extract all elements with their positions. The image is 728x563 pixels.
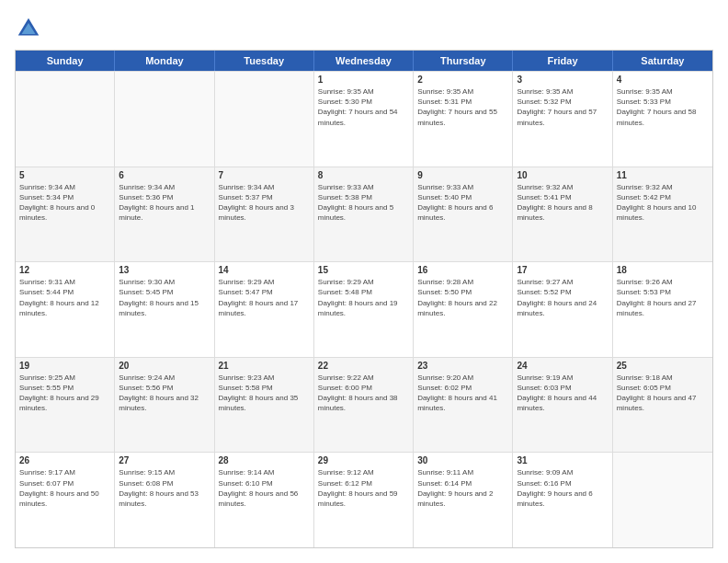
day-info: Sunrise: 9:24 AM Sunset: 5:56 PM Dayligh… [119, 373, 210, 414]
day-info: Sunrise: 9:29 AM Sunset: 5:47 PM Dayligh… [219, 277, 310, 318]
header [15, 15, 713, 42]
calendar-cell: 15Sunrise: 9:29 AM Sunset: 5:48 PM Dayli… [314, 262, 414, 357]
day-number: 24 [517, 361, 608, 371]
day-number: 18 [617, 265, 709, 275]
day-number: 17 [517, 265, 608, 275]
day-info: Sunrise: 9:29 AM Sunset: 5:48 PM Dayligh… [318, 277, 409, 318]
calendar-header: SundayMondayTuesdayWednesdayThursdayFrid… [16, 51, 712, 71]
day-info: Sunrise: 9:17 AM Sunset: 6:07 PM Dayligh… [19, 467, 110, 509]
day-info: Sunrise: 9:20 AM Sunset: 6:02 PM Dayligh… [417, 373, 508, 414]
day-number: 19 [19, 361, 110, 371]
day-info: Sunrise: 9:32 AM Sunset: 5:41 PM Dayligh… [517, 182, 608, 224]
day-info: Sunrise: 9:15 AM Sunset: 6:08 PM Dayligh… [119, 467, 210, 509]
day-info: Sunrise: 9:22 AM Sunset: 6:00 PM Dayligh… [318, 373, 409, 414]
day-info: Sunrise: 9:34 AM Sunset: 5:34 PM Dayligh… [19, 182, 110, 224]
day-number: 30 [417, 455, 508, 465]
calendar-cell: 31Sunrise: 9:09 AM Sunset: 6:16 PM Dayli… [513, 453, 612, 547]
calendar-cell: 10Sunrise: 9:32 AM Sunset: 5:41 PM Dayli… [513, 167, 612, 262]
calendar-cell: 21Sunrise: 9:23 AM Sunset: 5:58 PM Dayli… [215, 358, 314, 453]
day-info: Sunrise: 9:11 AM Sunset: 6:14 PM Dayligh… [417, 467, 508, 509]
calendar: SundayMondayTuesdayWednesdayThursdayFrid… [15, 50, 713, 548]
day-number: 11 [617, 170, 709, 180]
day-info: Sunrise: 9:27 AM Sunset: 5:52 PM Dayligh… [517, 277, 608, 318]
day-info: Sunrise: 9:25 AM Sunset: 5:55 PM Dayligh… [19, 373, 110, 414]
day-number: 5 [19, 170, 110, 180]
day-number: 31 [517, 455, 608, 465]
weekday-header: Tuesday [215, 51, 314, 71]
calendar-cell [215, 72, 314, 167]
calendar-cell: 28Sunrise: 9:14 AM Sunset: 6:10 PM Dayli… [215, 453, 314, 547]
day-number: 10 [517, 170, 608, 180]
day-info: Sunrise: 9:34 AM Sunset: 5:36 PM Dayligh… [119, 182, 210, 224]
day-number: 23 [417, 361, 508, 371]
day-info: Sunrise: 9:35 AM Sunset: 5:32 PM Dayligh… [517, 86, 608, 128]
day-number: 12 [19, 265, 110, 275]
calendar-cell: 29Sunrise: 9:12 AM Sunset: 6:12 PM Dayli… [314, 453, 414, 547]
calendar-cell: 14Sunrise: 9:29 AM Sunset: 5:47 PM Dayli… [215, 262, 314, 357]
day-number: 4 [617, 75, 709, 85]
day-info: Sunrise: 9:33 AM Sunset: 5:38 PM Dayligh… [318, 182, 409, 224]
logo [15, 15, 46, 42]
calendar-cell [115, 72, 214, 167]
calendar-cell: 1Sunrise: 9:35 AM Sunset: 5:30 PM Daylig… [314, 72, 414, 167]
logo-icon [15, 15, 42, 42]
calendar-cell: 3Sunrise: 9:35 AM Sunset: 5:32 PM Daylig… [513, 72, 612, 167]
day-info: Sunrise: 9:23 AM Sunset: 5:58 PM Dayligh… [219, 373, 310, 414]
weekday-header: Thursday [414, 51, 513, 71]
day-number: 3 [517, 75, 608, 85]
weekday-header: Sunday [16, 51, 115, 71]
calendar-cell [16, 72, 115, 167]
calendar-cell [613, 453, 712, 547]
calendar-cell: 11Sunrise: 9:32 AM Sunset: 5:42 PM Dayli… [613, 167, 712, 262]
day-number: 25 [617, 361, 709, 371]
day-number: 22 [318, 361, 409, 371]
calendar-cell: 19Sunrise: 9:25 AM Sunset: 5:55 PM Dayli… [16, 358, 115, 453]
day-info: Sunrise: 9:31 AM Sunset: 5:44 PM Dayligh… [19, 277, 110, 318]
calendar-row: 5Sunrise: 9:34 AM Sunset: 5:34 PM Daylig… [16, 167, 712, 262]
calendar-cell: 26Sunrise: 9:17 AM Sunset: 6:07 PM Dayli… [16, 453, 115, 547]
day-info: Sunrise: 9:35 AM Sunset: 5:30 PM Dayligh… [318, 86, 409, 128]
calendar-cell: 16Sunrise: 9:28 AM Sunset: 5:50 PM Dayli… [414, 262, 513, 357]
page: SundayMondayTuesdayWednesdayThursdayFrid… [0, 0, 728, 563]
day-info: Sunrise: 9:26 AM Sunset: 5:53 PM Dayligh… [617, 277, 709, 318]
day-info: Sunrise: 9:32 AM Sunset: 5:42 PM Dayligh… [617, 182, 709, 224]
day-info: Sunrise: 9:30 AM Sunset: 5:45 PM Dayligh… [119, 277, 210, 318]
calendar-row: 19Sunrise: 9:25 AM Sunset: 5:55 PM Dayli… [16, 357, 712, 453]
day-number: 2 [417, 75, 508, 85]
calendar-cell: 22Sunrise: 9:22 AM Sunset: 6:00 PM Dayli… [314, 358, 414, 453]
day-number: 27 [119, 455, 210, 465]
day-info: Sunrise: 9:28 AM Sunset: 5:50 PM Dayligh… [417, 277, 508, 318]
day-info: Sunrise: 9:14 AM Sunset: 6:10 PM Dayligh… [219, 467, 310, 509]
calendar-row: 26Sunrise: 9:17 AM Sunset: 6:07 PM Dayli… [16, 452, 712, 547]
calendar-cell: 9Sunrise: 9:33 AM Sunset: 5:40 PM Daylig… [414, 167, 513, 262]
calendar-body: 1Sunrise: 9:35 AM Sunset: 5:30 PM Daylig… [16, 71, 712, 547]
day-info: Sunrise: 9:35 AM Sunset: 5:33 PM Dayligh… [617, 86, 709, 128]
day-info: Sunrise: 9:34 AM Sunset: 5:37 PM Dayligh… [219, 182, 310, 224]
day-info: Sunrise: 9:09 AM Sunset: 6:16 PM Dayligh… [517, 467, 608, 509]
calendar-cell: 17Sunrise: 9:27 AM Sunset: 5:52 PM Dayli… [513, 262, 612, 357]
day-number: 8 [318, 170, 409, 180]
day-number: 1 [318, 75, 409, 85]
calendar-cell: 30Sunrise: 9:11 AM Sunset: 6:14 PM Dayli… [414, 453, 513, 547]
day-info: Sunrise: 9:12 AM Sunset: 6:12 PM Dayligh… [318, 467, 409, 509]
day-number: 15 [318, 265, 409, 275]
day-number: 6 [119, 170, 210, 180]
calendar-cell: 4Sunrise: 9:35 AM Sunset: 5:33 PM Daylig… [613, 72, 712, 167]
weekday-header: Friday [513, 51, 612, 71]
calendar-cell: 27Sunrise: 9:15 AM Sunset: 6:08 PM Dayli… [115, 453, 214, 547]
calendar-cell: 23Sunrise: 9:20 AM Sunset: 6:02 PM Dayli… [414, 358, 513, 453]
day-info: Sunrise: 9:19 AM Sunset: 6:03 PM Dayligh… [517, 373, 608, 414]
calendar-cell: 18Sunrise: 9:26 AM Sunset: 5:53 PM Dayli… [613, 262, 712, 357]
calendar-cell: 25Sunrise: 9:18 AM Sunset: 6:05 PM Dayli… [613, 358, 712, 453]
calendar-row: 12Sunrise: 9:31 AM Sunset: 5:44 PM Dayli… [16, 261, 712, 357]
calendar-cell: 20Sunrise: 9:24 AM Sunset: 5:56 PM Dayli… [115, 358, 214, 453]
calendar-row: 1Sunrise: 9:35 AM Sunset: 5:30 PM Daylig… [16, 71, 712, 167]
weekday-header: Saturday [613, 51, 712, 71]
day-number: 9 [417, 170, 508, 180]
day-number: 29 [318, 455, 409, 465]
day-number: 26 [19, 455, 110, 465]
calendar-cell: 2Sunrise: 9:35 AM Sunset: 5:31 PM Daylig… [414, 72, 513, 167]
calendar-cell: 5Sunrise: 9:34 AM Sunset: 5:34 PM Daylig… [16, 167, 115, 262]
day-number: 7 [219, 170, 310, 180]
calendar-cell: 24Sunrise: 9:19 AM Sunset: 6:03 PM Dayli… [513, 358, 612, 453]
